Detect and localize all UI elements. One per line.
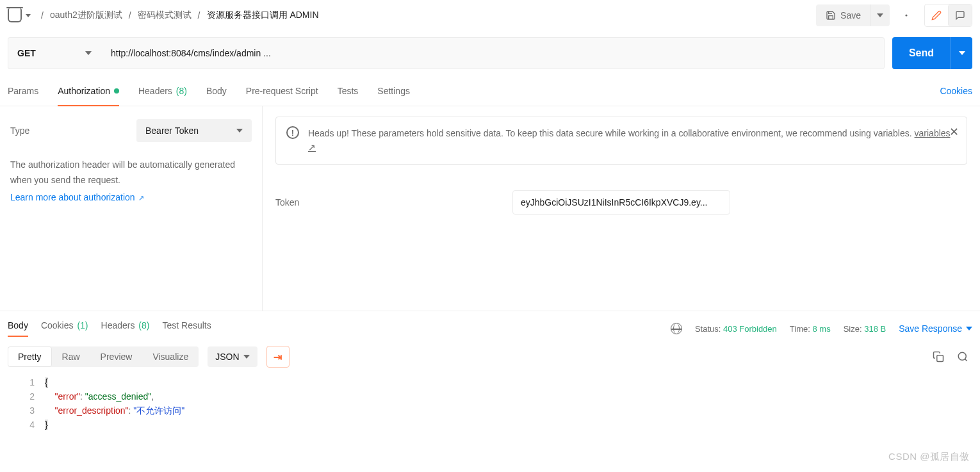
method-text: GET bbox=[17, 48, 36, 58]
code-lines[interactable]: { "error": "access_denied", "error_descr… bbox=[45, 373, 184, 434]
external-link-icon: ↗ bbox=[136, 194, 144, 202]
resp-tab-body[interactable]: Body bbox=[8, 320, 28, 337]
learn-more-link[interactable]: Learn more about authorization ↗ bbox=[10, 192, 144, 202]
wrap-lines-button[interactable]: ⇥ bbox=[266, 346, 290, 368]
svg-rect-3 bbox=[937, 355, 943, 362]
save-response-button[interactable]: Save Response bbox=[899, 323, 972, 334]
view-pretty[interactable]: Pretty bbox=[8, 346, 52, 367]
tab-params[interactable]: Params bbox=[8, 76, 38, 106]
view-mode-tabs: Pretty Raw Preview Visualize bbox=[8, 346, 199, 367]
svg-point-4 bbox=[958, 352, 966, 360]
comment-icon bbox=[955, 10, 965, 20]
cookies-link[interactable]: Cookies bbox=[940, 86, 972, 96]
chevron-down-icon bbox=[877, 13, 883, 17]
view-visualize[interactable]: Visualize bbox=[142, 346, 199, 367]
request-tabs: Params Authorization Headers (8) Body Pr… bbox=[0, 76, 980, 106]
active-indicator-icon bbox=[114, 88, 119, 94]
chevron-down-icon bbox=[243, 355, 250, 359]
sensitive-data-alert: ! Heads up! These parameters hold sensit… bbox=[275, 117, 967, 165]
response-header: Body Cookies (1) Headers (8) Test Result… bbox=[0, 311, 980, 341]
url-input[interactable] bbox=[101, 37, 885, 69]
auth-sidebar: Type Bearer Token The authorization head… bbox=[0, 106, 263, 311]
search-icon bbox=[957, 351, 968, 362]
type-label: Type bbox=[10, 126, 29, 136]
save-button-group: Save bbox=[816, 4, 890, 26]
chevron-down-icon bbox=[85, 51, 92, 55]
alert-text: Heads up! These parameters hold sensitiv… bbox=[308, 126, 956, 155]
auth-content: ! Heads up! These parameters hold sensit… bbox=[263, 106, 980, 311]
auth-type-value: Bearer Token bbox=[145, 126, 199, 136]
svg-point-0 bbox=[905, 14, 907, 16]
authorization-panel: Type Bearer Token The authorization head… bbox=[0, 106, 980, 311]
right-action-group bbox=[924, 4, 972, 27]
tab-headers[interactable]: Headers (8) bbox=[138, 76, 187, 106]
chevron-down-icon bbox=[966, 327, 972, 330]
size-meta: Size: 318 B bbox=[844, 324, 886, 334]
resp-headers-count: (8) bbox=[138, 320, 149, 330]
copy-button[interactable] bbox=[929, 347, 948, 366]
chevron-down-icon bbox=[236, 129, 243, 133]
save-icon bbox=[825, 10, 837, 21]
workspace-icon[interactable] bbox=[8, 8, 22, 22]
language-select[interactable]: JSON bbox=[208, 346, 257, 367]
token-input[interactable] bbox=[512, 190, 730, 215]
response-body: 1234 { "error": "access_denied", "error_… bbox=[0, 373, 980, 434]
wrap-icon: ⇥ bbox=[274, 351, 282, 363]
token-row: Token bbox=[275, 190, 967, 215]
method-selector[interactable]: GET bbox=[8, 37, 101, 69]
auth-type-select[interactable]: Bearer Token bbox=[136, 119, 252, 142]
tab-prerequest[interactable]: Pre-request Script bbox=[246, 76, 318, 106]
breadcrumb-item-active[interactable]: 资源服务器接口调用 ADMIN bbox=[207, 10, 319, 21]
status-meta: Status: 403 Forbidden bbox=[695, 324, 777, 334]
edit-button[interactable] bbox=[925, 4, 948, 26]
auth-description: The authorization header will be automat… bbox=[10, 158, 252, 188]
save-button[interactable]: Save bbox=[816, 4, 870, 26]
chevron-down-icon bbox=[959, 51, 965, 55]
breadcrumb-item[interactable]: 密码模式测试 bbox=[138, 10, 192, 21]
resp-tab-headers[interactable]: Headers (8) bbox=[101, 320, 150, 337]
request-url-bar: GET Send bbox=[0, 31, 980, 76]
line-gutter: 1234 bbox=[0, 373, 45, 434]
tab-body[interactable]: Body bbox=[206, 76, 227, 106]
send-dropdown-button[interactable] bbox=[951, 37, 972, 69]
save-dropdown-button[interactable] bbox=[870, 4, 890, 26]
window-header: / oauth2进阶版测试 / 密码模式测试 / 资源服务器接口调用 ADMIN… bbox=[0, 0, 980, 31]
svg-line-5 bbox=[965, 359, 967, 361]
tab-authorization[interactable]: Authorization bbox=[58, 76, 119, 106]
token-label: Token bbox=[275, 197, 512, 208]
resp-tab-cookies[interactable]: Cookies (1) bbox=[41, 320, 88, 337]
send-button[interactable]: Send bbox=[892, 37, 951, 69]
search-button[interactable] bbox=[953, 347, 972, 366]
copy-icon bbox=[933, 351, 944, 362]
tab-tests[interactable]: Tests bbox=[338, 76, 359, 106]
globe-icon[interactable] bbox=[671, 323, 682, 334]
resp-tab-tests[interactable]: Test Results bbox=[162, 320, 211, 337]
pencil-icon bbox=[931, 10, 942, 20]
tab-settings[interactable]: Settings bbox=[377, 76, 410, 106]
close-icon[interactable]: ✕ bbox=[949, 125, 959, 139]
workspace-dropdown-icon[interactable] bbox=[26, 14, 31, 17]
more-button[interactable] bbox=[896, 4, 918, 26]
view-preview[interactable]: Preview bbox=[90, 346, 143, 367]
save-label: Save bbox=[840, 10, 861, 20]
view-raw[interactable]: Raw bbox=[52, 346, 90, 367]
info-icon: ! bbox=[286, 126, 299, 139]
breadcrumb-sep: / bbox=[35, 10, 50, 20]
time-meta: Time: 8 ms bbox=[790, 324, 831, 334]
more-icon bbox=[905, 14, 909, 17]
headers-count: (8) bbox=[176, 86, 187, 96]
comment-button[interactable] bbox=[948, 4, 972, 26]
breadcrumb-item[interactable]: oauth2进阶版测试 bbox=[50, 10, 122, 21]
cookies-count: (1) bbox=[77, 320, 88, 330]
body-toolbar: Pretty Raw Preview Visualize JSON ⇥ bbox=[0, 341, 980, 373]
